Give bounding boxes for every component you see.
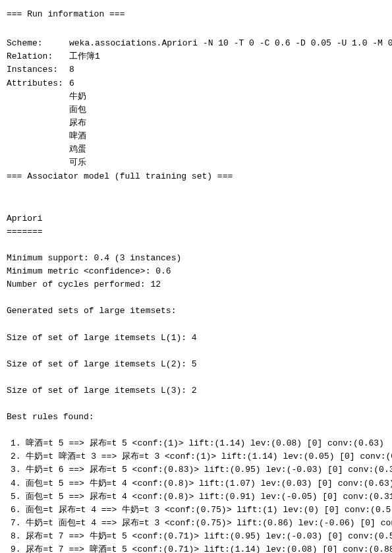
attribute-item: 可乐 <box>69 156 385 169</box>
cycles-performed: Number of cycles performed: 12 <box>7 278 385 291</box>
rule-item: 5. 面包=t 5 ==> 尿布=t 4 <conf:(0.8)> lift:(… <box>7 490 385 504</box>
rule-item: 4. 面包=t 5 ==> 牛奶=t 4 <conf:(0.8)> lift:(… <box>7 477 385 490</box>
spacer <box>7 397 385 411</box>
attribute-item: 面包 <box>69 103 385 117</box>
rule-item: 2. 牛奶=t 啤酒=t 3 ==> 尿布=t 3 <conf:(1)> lif… <box>7 450 385 463</box>
spacer <box>7 424 385 437</box>
scheme-label: Scheme: <box>7 37 69 50</box>
rule-item: 3. 牛奶=t 6 ==> 尿布=t 5 <conf:(0.83)> lift:… <box>7 463 385 477</box>
instances-label: Instances: <box>7 63 69 76</box>
generated-itemsets-header: Generated sets of large itemsets: <box>7 305 385 318</box>
itemsets-l1: Size of set of large itemsets L(1): 4 <box>7 332 385 345</box>
relation-label: Relation: <box>7 50 69 63</box>
attribute-item: 尿布 <box>69 117 385 130</box>
rule-item: 6. 面包=t 尿布=t 4 ==> 牛奶=t 3 <conf:(0.75)> … <box>7 504 385 517</box>
model-name: Apriori <box>7 212 385 225</box>
spacer <box>7 186 385 212</box>
model-dashes: ======= <box>7 225 385 239</box>
relation-row: Relation: 工作簿1 <box>7 50 385 63</box>
attribute-item: 啤酒 <box>69 130 385 143</box>
minimum-support: Minimum support: 0.4 (3 instances) <box>7 252 385 265</box>
attributes-label: Attributes: <box>7 77 69 90</box>
spacer <box>7 371 385 384</box>
spacer <box>7 24 385 37</box>
spacer <box>7 345 385 358</box>
scheme-value: weka.associations.Apriori -N 10 -T 0 -C … <box>69 37 392 50</box>
rule-item: 9. 尿布=t 7 ==> 啤酒=t 5 <conf:(0.71)> lift:… <box>7 543 385 553</box>
instances-value: 8 <box>69 63 74 76</box>
run-information-header: === Run information === <box>7 8 385 21</box>
spacer <box>7 291 385 305</box>
attributes-count: 6 <box>69 77 74 90</box>
attribute-item: 牛奶 <box>69 90 385 103</box>
attribute-item: 鸡蛋 <box>69 143 385 156</box>
spacer <box>7 318 385 332</box>
attributes-row: Attributes: 6 <box>7 77 385 90</box>
itemsets-l3: Size of set of large itemsets L(3): 2 <box>7 384 385 397</box>
relation-value: 工作簿1 <box>69 50 100 63</box>
rule-item: 1. 啤酒=t 5 ==> 尿布=t 5 <conf:(1)> lift:(1.… <box>7 437 385 450</box>
minimum-metric: Minimum metric <confidence>: 0.6 <box>7 265 385 278</box>
best-rules-header: Best rules found: <box>7 411 385 424</box>
itemsets-l2: Size of set of large itemsets L(2): 5 <box>7 358 385 371</box>
spacer <box>7 239 385 252</box>
rule-item: 7. 牛奶=t 面包=t 4 ==> 尿布=t 3 <conf:(0.75)> … <box>7 517 385 530</box>
instances-row: Instances: 8 <box>7 63 385 76</box>
scheme-row: Scheme: weka.associations.Apriori -N 10 … <box>7 37 385 50</box>
associator-model-header: === Associator model (full training set)… <box>7 170 385 183</box>
rule-item: 8. 尿布=t 7 ==> 牛奶=t 5 <conf:(0.71)> lift:… <box>7 530 385 543</box>
